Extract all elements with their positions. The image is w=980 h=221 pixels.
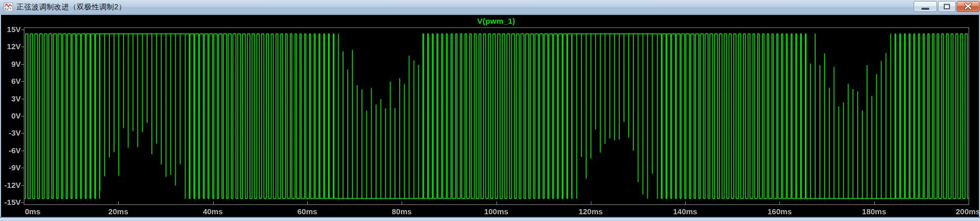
x-tick-mark (591, 201, 591, 204)
y-tick-label: 9V (0, 60, 21, 68)
window-border-bottom (0, 217, 980, 221)
maximize-icon (943, 3, 951, 10)
minimize-icon (921, 8, 929, 10)
y-tick-mark (21, 168, 24, 168)
trace-legend[interactable]: V(pwm_1) (24, 17, 969, 25)
x-tick-mark (779, 201, 780, 204)
x-tick-mark (402, 201, 402, 204)
y-tick-label: -6V (0, 146, 21, 155)
x-tick-mark (307, 201, 308, 204)
x-tick-label: 180ms (856, 208, 892, 216)
y-tick-mark (21, 151, 24, 151)
x-tick-label: 20ms (100, 208, 136, 216)
y-tick-label: 12V (0, 42, 21, 51)
y-tick-mark (21, 47, 24, 47)
y-tick-mark (21, 99, 24, 99)
x-tick-label: 0ms (25, 208, 61, 216)
x-tick-label: 140ms (667, 208, 703, 216)
window-title: 正弦波调制改进（双极性调制2） (17, 3, 126, 12)
x-tick-mark (969, 201, 969, 204)
x-tick-label: 120ms (573, 208, 609, 216)
y-tick-mark (21, 116, 24, 116)
y-tick-mark (21, 185, 24, 186)
y-tick-mark (21, 64, 24, 65)
x-tick-label: 40ms (195, 208, 231, 216)
y-tick-label: -15V (0, 198, 21, 207)
maximize-button[interactable] (938, 1, 956, 12)
y-tick-label: 15V (0, 25, 21, 34)
x-tick-mark (213, 201, 214, 204)
y-tick-label: -12V (0, 181, 21, 189)
app-icon (4, 3, 13, 12)
x-tick-label: 100ms (478, 208, 515, 216)
y-tick-label: 6V (0, 77, 21, 85)
x-tick-mark (24, 201, 24, 204)
x-tick-mark (685, 201, 686, 204)
x-tick-label: 160ms (761, 208, 798, 216)
y-tick-label: 0V (0, 112, 21, 120)
x-tick-label: 80ms (384, 208, 420, 216)
y-tick-mark (21, 30, 24, 30)
y-tick-label: 3V (0, 95, 21, 103)
x-tick-mark (496, 201, 497, 204)
x-tick-mark (118, 201, 119, 204)
ltspice-waveform-window: 正弦波调制改进（双极性调制2） V(pwm_1) 15V12V9V6V3V0V-… (0, 0, 980, 221)
y-tick-label: -3V (0, 129, 21, 137)
x-tick-label: 200ms (950, 208, 980, 216)
y-tick-label: -9V (0, 164, 21, 172)
x-tick-mark (874, 201, 875, 204)
pwm-waveform-canvas[interactable] (24, 28, 969, 204)
minimize-button[interactable] (914, 1, 937, 12)
x-tick-label: 60ms (289, 208, 325, 216)
y-tick-mark (21, 81, 24, 82)
titlebar[interactable]: 正弦波调制改进（双极性调制2） (0, 0, 980, 15)
y-tick-mark (21, 133, 24, 134)
window-border-left (0, 14, 1, 221)
close-icon (963, 3, 973, 10)
close-button[interactable] (957, 1, 979, 12)
